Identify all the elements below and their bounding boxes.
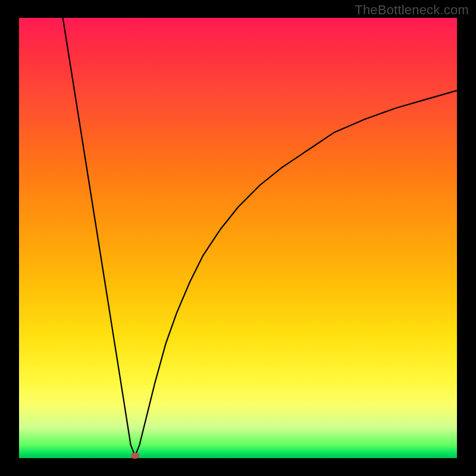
watermark-text: TheBottleneck.com: [355, 2, 469, 18]
minimum-marker: [131, 453, 139, 459]
curve-right: [135, 90, 457, 456]
curve-svg: [19, 18, 457, 458]
plot-area: [19, 18, 457, 458]
chart-frame: TheBottleneck.com: [0, 0, 476, 476]
curve-left: [63, 18, 135, 456]
